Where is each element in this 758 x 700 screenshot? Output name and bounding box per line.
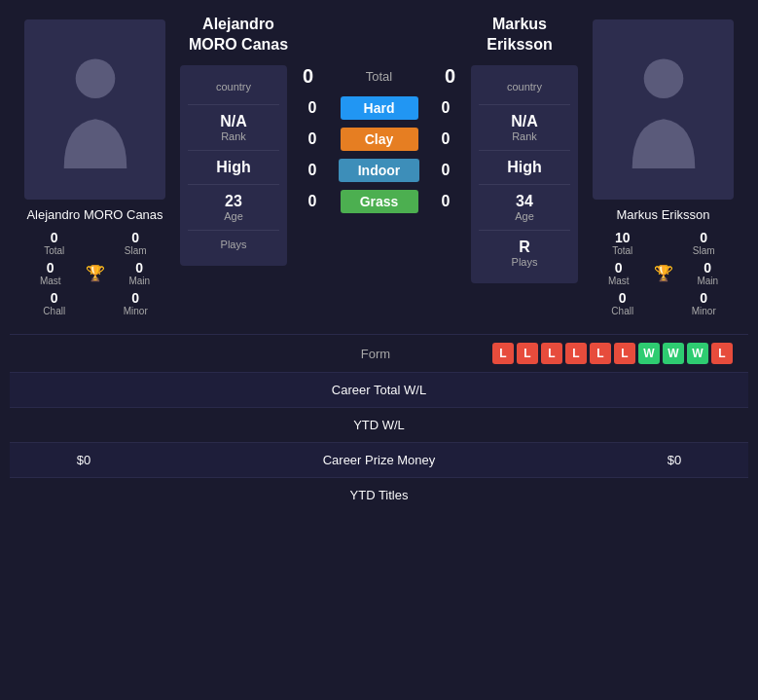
hard-left-score: 0 [303,99,322,117]
middle-section: Alejandro MORO Canas Markus Eriksson cou… [180,10,578,326]
total-right-score: 0 [445,65,455,88]
left-avatar-silhouette [52,52,139,168]
left-rank-label: Rank [188,130,279,142]
right-player-name: Markus Eriksson [616,207,709,222]
right-high-block: High [479,151,570,185]
left-plays-block: Plays [188,231,279,258]
total-left-score: 0 [303,65,313,88]
grass-right-score: 0 [436,193,455,210]
left-minor-stat: 0 Minor [101,290,171,316]
right-chall-stat: 0 Chall [588,290,658,316]
form-badge-w: W [687,343,708,364]
ytd-titles-label: YTD Titles [25,488,733,502]
left-age-value: 23 [188,193,279,210]
left-slam-value: 0 [131,230,139,245]
career-total-row: Career Total W/L [10,372,748,407]
right-avatar-silhouette [620,52,707,168]
left-rank-value: N/A [188,113,279,130]
right-trophy-icon: 🏆 [654,264,673,282]
right-player-heading-area: Markus Eriksson [461,15,578,55]
clay-button[interactable]: Clay [341,128,418,151]
left-trophy-icon: 🏆 [86,264,105,282]
left-avatar [24,19,165,200]
right-chall-label: Chall [611,306,633,316]
left-minor-value: 0 [131,290,139,306]
right-slam-stat: 0 Slam [669,230,740,256]
form-row: Form LLLLLLWWWL [10,334,748,372]
right-mast-value: 0 [615,260,623,276]
left-age-label: Age [188,210,279,222]
career-total-label: Career Total W/L [25,383,733,397]
career-prize-left: $0 [25,453,142,467]
right-mast-label: Mast [608,276,630,286]
form-badge-l: L [517,343,538,364]
right-main-stat: 0 Main [677,260,740,286]
ytd-wl-row: YTD W/L [10,407,748,442]
form-badge-w: W [638,343,660,364]
left-main-stat: 0 Main [109,260,171,286]
left-minor-label: Minor [124,306,148,316]
bottom-section: Form LLLLLLWWWL Career Total W/L YTD W/L… [10,334,748,512]
left-country-block: country [188,73,279,105]
left-main-label: Main [128,276,150,286]
left-total-value: 0 [51,230,58,245]
left-age-block: 23 Age [188,185,279,231]
left-mast-label: Mast [40,276,61,286]
left-chall-stat: 0 Chall [19,290,90,316]
indoor-row: 0 Indoor 0 [293,159,465,182]
indoor-button[interactable]: Indoor [339,159,420,182]
total-label: Total [366,69,392,84]
career-prize-label: Career Prize Money [142,453,616,467]
total-row: 0 Total 0 [293,65,465,88]
left-main-value: 0 [135,260,143,276]
grass-left-score: 0 [303,193,322,210]
right-slam-label: Slam [693,245,715,256]
form-badge-w: W [663,343,684,364]
right-player-heading: Markus Eriksson [461,15,578,55]
clay-left-score: 0 [303,130,322,148]
career-prize-row: $0 Career Prize Money $0 [10,442,748,477]
clay-row: 0 Clay 0 [293,128,465,151]
right-country-label: country [479,81,570,92]
form-badge-l: L [711,343,733,364]
left-player-name: Alejandro MORO Canas [26,207,162,222]
left-stat-panel: country N/A Rank High 23 Age Plays [180,65,287,266]
left-high-value: High [188,159,279,176]
left-country-label: country [188,81,279,92]
right-country-block: country [479,73,570,105]
left-slam-label: Slam [125,245,147,256]
right-total-stat: 10 Total [588,230,658,256]
left-player-heading: Alejandro MORO Canas [180,15,297,55]
right-total-label: Total [612,245,632,256]
right-avatar [593,19,734,200]
ytd-wl-label: YTD W/L [25,418,733,432]
left-chall-label: Chall [43,306,65,316]
right-minor-label: Minor [692,306,716,316]
right-stat-panel: country N/A Rank High 34 Age R [471,65,578,283]
left-total-stat: 0 Total [19,230,90,256]
left-rank-block: N/A Rank [188,105,279,151]
right-age-value: 34 [479,193,570,210]
form-badge-l: L [590,343,611,364]
hard-button[interactable]: Hard [341,96,418,120]
indoor-left-score: 0 [303,162,322,179]
right-chall-value: 0 [619,290,627,306]
right-slam-value: 0 [700,230,707,245]
form-label: Form [259,347,492,361]
left-chall-value: 0 [51,290,58,306]
right-minor-stat: 0 Minor [669,290,740,316]
grass-row: 0 Grass 0 [293,190,465,213]
left-slam-stat: 0 Slam [101,230,171,256]
right-rank-label: Rank [479,130,570,142]
grass-button[interactable]: Grass [341,190,418,213]
left-mast-value: 0 [47,260,54,276]
right-rank-value: N/A [479,113,570,130]
left-plays-value: Plays [188,239,279,250]
hard-right-score: 0 [436,99,455,117]
right-rank-block: N/A Rank [479,105,570,151]
right-main-value: 0 [704,260,711,276]
left-mast-stat: 0 Mast [19,260,82,286]
clay-right-score: 0 [436,130,455,148]
right-mast-stat: 0 Mast [588,260,650,286]
main-container: Alejandro MORO Canas 0 Total 0 Slam 0 Ma… [0,0,758,522]
